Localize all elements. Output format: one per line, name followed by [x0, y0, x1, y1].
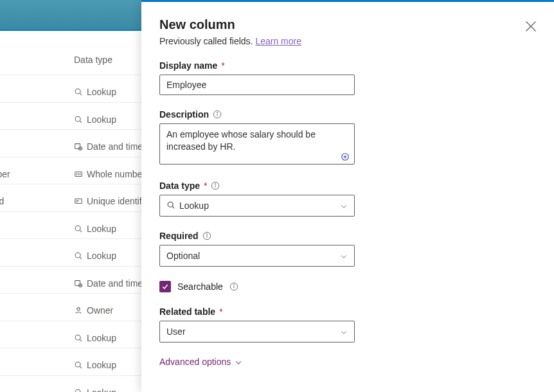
lookup-icon [74, 388, 83, 393]
svg-point-15 [75, 226, 80, 231]
row-datatype: Whole number [87, 169, 145, 179]
info-icon[interactable] [213, 110, 222, 119]
row-datatype: Lookup [87, 87, 116, 97]
close-icon[interactable] [524, 20, 537, 33]
lookup-icon [74, 224, 83, 233]
required-value: Optional [166, 251, 200, 261]
row-datatype: Lookup [87, 388, 116, 393]
related-table-select[interactable]: User [159, 321, 355, 343]
panel-subtitle-text: Previously called fields. [159, 36, 255, 46]
row-name: er [0, 388, 74, 393]
svg-point-46 [233, 285, 234, 285]
related-table-value: User [166, 326, 186, 337]
row-name: OnBehalfBy [0, 251, 74, 261]
svg-line-18 [80, 257, 82, 259]
row-datatype: Date and time [87, 141, 143, 152]
lookup-icon [74, 251, 83, 260]
required-select[interactable]: Optional [159, 245, 355, 267]
datetime-icon [74, 142, 83, 151]
owner-icon [74, 306, 83, 315]
advanced-options-label: Advanced options [159, 357, 231, 367]
lookup-icon [74, 115, 83, 124]
svg-line-1 [80, 93, 82, 95]
row-name: quenceNumber [0, 169, 74, 179]
row-name: aseRequestId [0, 196, 74, 206]
display-name-label: Display name [159, 60, 217, 71]
display-name-input[interactable] [159, 75, 355, 95]
row-datatype: Owner [87, 305, 113, 316]
svg-rect-12 [75, 199, 82, 204]
description-textarea[interactable] [159, 123, 355, 165]
unique-icon [74, 197, 83, 206]
chevron-down-icon [340, 252, 348, 260]
svg-point-43 [206, 234, 207, 235]
svg-rect-19 [75, 280, 80, 285]
svg-line-3 [80, 121, 82, 123]
description-label: Description [159, 109, 209, 120]
chevron-down-icon [340, 328, 348, 335]
svg-point-28 [75, 389, 80, 392]
row-name: y [0, 224, 74, 234]
searchable-label: Searchable [177, 281, 223, 292]
svg-line-16 [80, 230, 82, 232]
info-icon[interactable] [202, 231, 211, 240]
row-datatype: Lookup [87, 114, 116, 125]
svg-point-38 [215, 184, 216, 184]
data-type-value: Lookup [179, 200, 209, 211]
panel-subtitle: Previously called fields. Learn more [159, 36, 536, 46]
lookup-icon [166, 200, 175, 211]
lookup-icon [74, 87, 83, 96]
row-name: usinessUnit [0, 333, 74, 343]
new-column-panel: New column Previously called fields. Lea… [141, 0, 554, 392]
required-asterisk: * [219, 307, 222, 317]
data-type-select[interactable]: Lookup [159, 195, 355, 217]
lookup-icon [74, 361, 83, 370]
row-datatype: Lookup [87, 360, 116, 370]
row-datatype: Lookup [87, 333, 116, 343]
svg-rect-4 [75, 144, 80, 149]
row-name: nBehalfBy [0, 114, 74, 125]
lookup-icon [74, 334, 83, 343]
row-name: am [0, 360, 74, 370]
required-label: Required [159, 231, 199, 241]
svg-point-0 [75, 89, 80, 94]
add-icon[interactable] [341, 152, 350, 161]
data-type-label: Data type [159, 181, 200, 191]
datetime-icon [74, 279, 83, 288]
svg-point-23 [77, 308, 80, 310]
required-asterisk: * [221, 60, 224, 71]
advanced-options-toggle[interactable]: Advanced options [159, 357, 536, 367]
svg-point-2 [75, 116, 80, 121]
svg-point-39 [168, 202, 173, 207]
info-icon[interactable] [211, 181, 220, 190]
chevron-down-icon [340, 202, 348, 209]
info-icon[interactable] [229, 282, 238, 291]
whole-icon [74, 170, 83, 179]
panel-title: New column [159, 17, 536, 32]
row-name: On [0, 278, 74, 289]
svg-point-17 [75, 253, 80, 258]
svg-point-24 [75, 335, 80, 340]
row-name: n [0, 141, 74, 152]
svg-point-26 [75, 362, 80, 367]
column-header-datatype: Data type [74, 55, 112, 65]
chevron-down-icon [235, 358, 242, 366]
svg-line-40 [172, 206, 174, 208]
required-asterisk: * [204, 181, 207, 191]
learn-more-link[interactable]: Learn more [255, 36, 301, 46]
row-datatype: Lookup [87, 224, 116, 234]
svg-point-32 [217, 112, 217, 113]
row-datatype: Date and time [87, 278, 143, 289]
svg-line-25 [80, 339, 82, 341]
searchable-checkbox[interactable] [159, 281, 171, 292]
related-table-label: Related table [159, 307, 215, 317]
row-datatype: Lookup [87, 251, 116, 261]
svg-line-27 [80, 366, 82, 368]
